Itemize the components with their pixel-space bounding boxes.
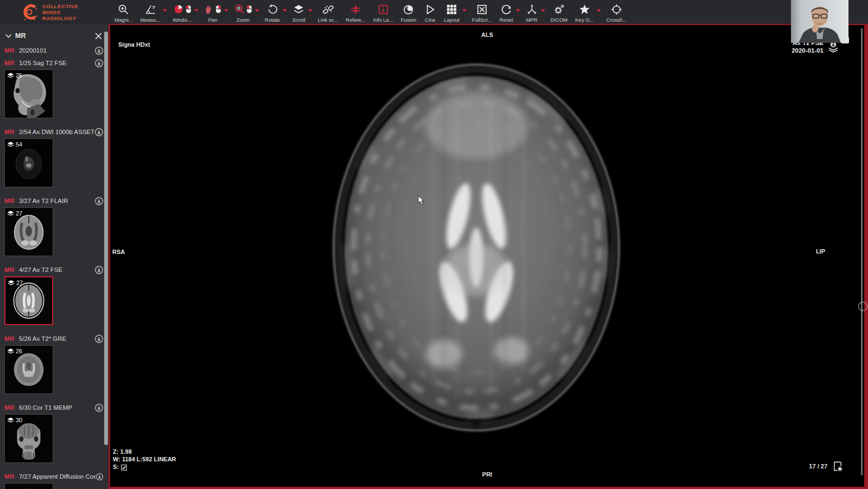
series-row[interactable]: MR 6/30 Cor T1 MEMP	[0, 402, 108, 413]
tool-rotate[interactable]: Rotate	[261, 1, 284, 23]
dropdown-arrow-icon[interactable]	[462, 9, 467, 12]
download-icon[interactable]	[94, 334, 104, 344]
download-icon[interactable]	[94, 128, 104, 137]
download-icon[interactable]	[94, 265, 104, 275]
tool-measure[interactable]: ? Measu...	[137, 1, 164, 23]
tool-fusion[interactable]: Fusion	[397, 1, 420, 23]
slice-slider-track[interactable]	[861, 28, 863, 475]
mouse-cursor-icon	[418, 195, 425, 205]
adc-thumb-partial-image	[5, 484, 53, 489]
series-label: 7/27 Apparent Diffusion Coeffi...	[19, 473, 95, 480]
tool-reset[interactable]: Reset	[496, 1, 517, 23]
series-thumbnail-ax-dwi[interactable]: 54	[4, 138, 53, 187]
series-thumbnail-sag-t2[interactable]: 25	[4, 69, 53, 118]
layers-icon	[7, 141, 14, 148]
series-row[interactable]: MR 3/27 Ax T2 FLAIR	[0, 195, 108, 206]
key-image-bookmark-icon[interactable]	[832, 460, 844, 472]
download-icon[interactable]	[94, 196, 104, 206]
tool-window[interactable]: Windo...	[169, 1, 195, 23]
orientation-top-label: ALS	[481, 31, 493, 38]
series-row[interactable]: MR 5/26 Ax T2* GRE	[0, 333, 108, 344]
dropdown-arrow-icon[interactable]	[308, 9, 312, 12]
download-icon[interactable]	[94, 59, 104, 68]
study-row[interactable]: MR 20200101	[0, 43, 108, 58]
series-row[interactable]: MR 1/25 Sag T2 FSE	[0, 58, 108, 68]
tool-fullscreen[interactable]: FullScr...	[468, 1, 496, 23]
series-label: 2/54 Ax DWI 1000b ASSET	[19, 129, 94, 135]
mouse-icon	[186, 5, 192, 14]
layer-count: 27	[8, 280, 23, 286]
pan-hand-icon	[204, 3, 215, 15]
dropdown-arrow-icon[interactable]	[163, 9, 167, 12]
tool-label: Zoom	[237, 17, 250, 23]
tool-pan[interactable]: Pan	[200, 1, 225, 23]
orientation-left-label: RSA	[112, 249, 125, 255]
dropdown-arrow-icon[interactable]	[541, 9, 545, 12]
sidebar-scrollbar[interactable]	[104, 31, 108, 445]
dropdown-arrow-icon[interactable]	[516, 9, 520, 12]
series-thumbnail-ax-flair[interactable]: 27	[4, 207, 53, 256]
rotate-icon	[266, 3, 279, 16]
series-thumbnail-adc-partial[interactable]	[4, 483, 53, 489]
tool-cine[interactable]: Cine	[420, 1, 440, 23]
brand-line-3: RADIOLOGY	[42, 15, 78, 21]
zoom-factor-label: Z: 1.98	[113, 448, 176, 455]
close-icon[interactable]	[94, 31, 103, 41]
tool-link-scroll[interactable]: Link sc...	[314, 1, 342, 23]
axial-t2-brain-image[interactable]	[110, 25, 864, 487]
device-label: Signa HDxt	[118, 41, 150, 48]
series-date-label: 2020-01-01	[792, 47, 824, 54]
series-row[interactable]: MR 2/54 Ax DWI 1000b ASSET	[0, 126, 108, 137]
dicom-gear-icon	[553, 3, 565, 16]
dropdown-arrow-icon[interactable]	[224, 9, 228, 12]
fullscreen-icon	[476, 3, 488, 16]
download-icon[interactable]	[95, 473, 104, 481]
slice-counter-wrap: 17 / 27	[809, 460, 844, 472]
dropdown-arrow-icon[interactable]	[255, 9, 259, 12]
mouse-icon	[246, 5, 252, 14]
brand-line-2: MINDS	[42, 9, 78, 15]
layer-count: 26	[7, 348, 22, 354]
dropdown-arrow-icon[interactable]	[283, 9, 287, 12]
brand-logo: COLLECTIVE MINDS RADIOLOGY	[21, 3, 78, 21]
modality-badge: MR	[4, 266, 15, 273]
download-icon[interactable]	[94, 403, 104, 412]
tool-layout[interactable]: Layout	[440, 1, 463, 23]
tool-key-image[interactable]: Key O...	[571, 1, 597, 23]
modality-badge: MR	[4, 473, 15, 480]
series-sidebar: MR MR 20200101 MR 1/25 Sag T2 FSE	[0, 24, 108, 489]
modality-badge: MR	[4, 129, 15, 135]
mouse-icon	[215, 5, 221, 14]
fusion-icon	[403, 3, 415, 16]
tool-label: Magni...	[114, 17, 133, 23]
tool-label: Key O...	[575, 17, 593, 23]
tool-mpr[interactable]: MPR	[522, 1, 542, 23]
tool-zoom[interactable]: Zoom	[230, 1, 256, 23]
series-thumbnail-ax-t2-selected[interactable]: 27	[4, 276, 53, 325]
layers-icon	[7, 210, 14, 217]
tool-info-labels[interactable]: Info La...	[369, 1, 397, 23]
tool-crosshair[interactable]: Crossh...	[603, 1, 631, 23]
modality-badge: MR	[4, 60, 15, 66]
dropdown-arrow-icon[interactable]	[597, 9, 601, 12]
webcam-video-feed[interactable]	[791, 0, 848, 43]
layout-grid-icon	[445, 3, 458, 16]
tool-scroll[interactable]: Scroll	[289, 1, 309, 23]
download-icon[interactable]	[94, 46, 104, 55]
orientation-right-label: LIP	[816, 248, 825, 255]
series-thumbnail-cor-t1[interactable]: 30	[4, 414, 53, 463]
tool-label: Measu...	[141, 17, 160, 23]
dropdown-arrow-icon[interactable]	[194, 9, 199, 12]
tool-dicom[interactable]: DICOM	[547, 1, 572, 23]
series-row[interactable]: MR 7/27 Apparent Diffusion Coeffi...	[0, 471, 108, 482]
slice-slider-handle[interactable]	[858, 302, 867, 311]
tool-magnify[interactable]: Magni...	[111, 1, 137, 23]
chevron-down-icon[interactable]	[4, 32, 12, 40]
series-row[interactable]: MR 4/27 Ax T2 FSE	[0, 264, 108, 275]
modality-badge: MR	[4, 47, 15, 54]
image-viewport[interactable]: Signa HDxt ALS RSA LIP PRI Z: 1.98 W: 11…	[108, 24, 868, 489]
tool-reference-lines[interactable]: Refere...	[342, 1, 369, 23]
series-thumbnail-ax-gre[interactable]: 26	[4, 345, 53, 394]
sync-checkbox[interactable]	[121, 465, 127, 471]
sidebar-title: MR	[15, 32, 25, 40]
